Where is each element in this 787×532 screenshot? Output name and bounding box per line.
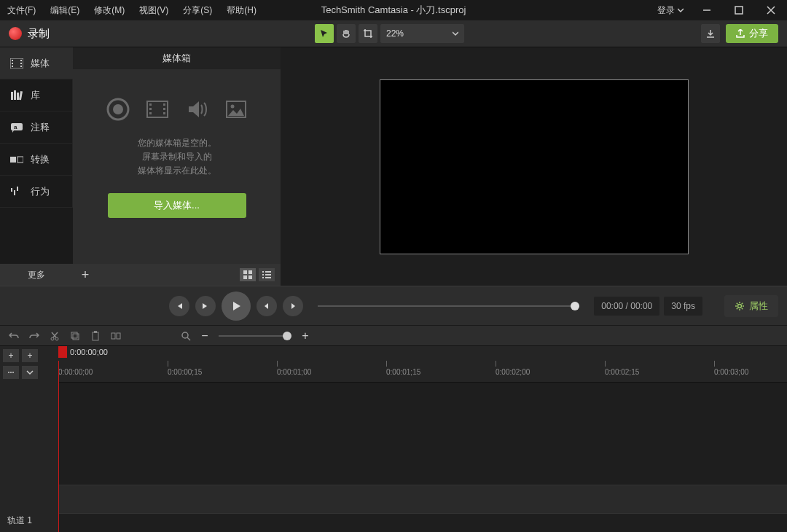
svg-point-51 — [10, 372, 12, 373]
menu-file[interactable]: 文件(F) — [0, 0, 43, 20]
fps-selector[interactable]: 30 fps — [664, 297, 702, 316]
canvas-zoom-select[interactable]: 22% — [380, 24, 464, 43]
svg-point-41 — [51, 337, 54, 340]
audio-type-icon — [184, 97, 209, 122]
svg-rect-43 — [71, 332, 77, 338]
svg-rect-30 — [243, 270, 247, 274]
menu-help[interactable]: 帮助(H) — [219, 0, 264, 20]
svg-rect-35 — [265, 271, 271, 273]
cut-button[interactable] — [48, 329, 61, 343]
minimize-button[interactable] — [691, 0, 723, 20]
share-button[interactable]: 分享 — [726, 24, 778, 43]
sidebar-tab-transition[interactable]: 转换 — [0, 144, 73, 176]
svg-point-49 — [182, 332, 188, 338]
svg-rect-4 — [12, 66, 13, 67]
svg-rect-27 — [163, 112, 165, 114]
prev-frame-button[interactable] — [169, 296, 189, 316]
sidebar-tab-annotation[interactable]: a 注释 — [0, 112, 73, 144]
timeline-toolbar: − + — [0, 325, 787, 345]
svg-point-29 — [230, 105, 234, 109]
crop-tool[interactable] — [359, 24, 377, 43]
sidebar-tab-media[interactable]: 媒体 — [0, 47, 73, 79]
cursor-tool[interactable] — [315, 24, 334, 43]
record-button[interactable]: 录制 — [9, 27, 50, 41]
playback-time: 00:00 / 00:00 — [594, 297, 659, 316]
svg-rect-23 — [149, 108, 152, 110]
svg-rect-18 — [17, 187, 18, 191]
menu-edit[interactable]: 编辑(E) — [43, 0, 87, 20]
playhead[interactable]: 0:00:00;00 — [58, 346, 67, 358]
svg-rect-15 — [17, 157, 23, 163]
login-button[interactable]: 登录 — [650, 4, 691, 17]
svg-rect-32 — [243, 275, 247, 279]
svg-rect-37 — [265, 274, 271, 275]
svg-rect-46 — [94, 331, 97, 333]
svg-rect-44 — [73, 334, 79, 340]
library-icon — [10, 90, 23, 101]
next-clip-button[interactable] — [283, 296, 303, 316]
svg-rect-10 — [17, 93, 19, 100]
playback-scrubber[interactable] — [318, 305, 579, 307]
track-add-below-button[interactable]: + — [22, 349, 38, 362]
transition-icon — [10, 154, 23, 165]
svg-rect-33 — [248, 275, 252, 279]
svg-rect-45 — [93, 332, 98, 340]
track-label[interactable]: 轨道 1 — [0, 506, 58, 532]
sidebar-tab-library[interactable]: 库 — [0, 79, 73, 112]
timeline-ruler[interactable]: 0:00:00;00 0:00:00;15 0:00:01;00 0:00:01… — [58, 361, 787, 383]
copy-button[interactable] — [68, 329, 82, 343]
svg-rect-26 — [163, 108, 165, 110]
menu-modify[interactable]: 修改(M) — [87, 0, 132, 20]
svg-rect-5 — [20, 60, 22, 61]
svg-point-40 — [738, 304, 742, 308]
svg-rect-47 — [111, 333, 115, 339]
playback-bar: 00:00 / 00:00 30 fps 属性 — [0, 286, 787, 325]
svg-rect-24 — [149, 112, 152, 114]
svg-rect-38 — [262, 277, 264, 278]
download-button[interactable] — [701, 24, 720, 43]
main-area: 媒体 库 a 注释 转换 行为 更多 媒体箱 — [0, 47, 787, 286]
track-add-above-button[interactable]: + — [3, 349, 19, 362]
track-row[interactable] — [58, 485, 787, 514]
grid-view-button[interactable] — [240, 268, 256, 281]
zoom-in-button[interactable]: + — [299, 329, 312, 343]
timeline: + + 轨道 1 0:00:00;00 0:00:00;00 0:00:00;1… — [0, 345, 787, 532]
track-options-button[interactable] — [3, 366, 19, 379]
undo-button[interactable] — [7, 329, 20, 343]
close-button[interactable] — [755, 0, 787, 20]
zoom-out-button[interactable]: − — [198, 329, 211, 343]
sidebar-more[interactable]: 更多 — [0, 264, 73, 286]
split-button[interactable] — [109, 329, 122, 343]
canvas-area — [281, 47, 787, 286]
timeline-tracks[interactable] — [58, 383, 787, 528]
list-view-button[interactable] — [259, 268, 275, 281]
svg-text:a: a — [14, 124, 17, 130]
sidebar-tab-behavior[interactable]: 行为 — [0, 176, 73, 208]
svg-rect-8 — [11, 92, 13, 100]
track-collapse-button[interactable] — [22, 366, 38, 379]
prev-clip-button[interactable] — [257, 296, 277, 316]
svg-rect-0 — [735, 7, 743, 14]
add-media-button[interactable]: + — [79, 268, 92, 281]
menu-share[interactable]: 分享(S) — [176, 0, 219, 20]
svg-rect-6 — [20, 63, 22, 64]
play-button[interactable] — [222, 292, 251, 321]
svg-rect-25 — [163, 103, 165, 106]
chevron-down-icon — [678, 7, 684, 13]
paste-button[interactable] — [89, 329, 102, 343]
svg-point-20 — [113, 104, 123, 114]
svg-point-52 — [12, 372, 14, 373]
svg-rect-9 — [14, 90, 16, 100]
preview-canvas[interactable] — [380, 79, 689, 254]
next-frame-button[interactable] — [195, 296, 216, 316]
svg-rect-3 — [12, 63, 13, 64]
redo-button[interactable] — [28, 329, 41, 343]
share-icon — [736, 29, 745, 38]
search-icon — [181, 331, 191, 341]
pan-tool[interactable] — [337, 24, 356, 43]
timeline-zoom-slider[interactable] — [219, 335, 291, 337]
import-media-button[interactable]: 导入媒体... — [108, 193, 246, 218]
menu-view[interactable]: 视图(V) — [132, 0, 176, 20]
properties-button[interactable]: 属性 — [724, 295, 778, 317]
maximize-button[interactable] — [723, 0, 755, 20]
